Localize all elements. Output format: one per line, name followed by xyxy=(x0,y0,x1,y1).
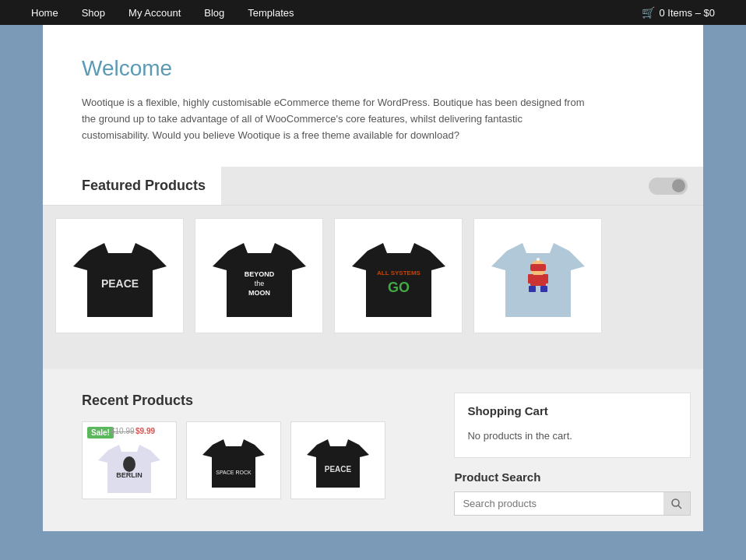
svg-text:GO: GO xyxy=(387,280,409,295)
featured-product-4[interactable] xyxy=(473,218,602,333)
svg-marker-23 xyxy=(307,439,369,488)
svg-text:ALL SYSTEMS: ALL SYSTEMS xyxy=(377,269,421,276)
featured-header-row: Featured Products xyxy=(43,167,703,206)
nav-link-shop[interactable]: Shop xyxy=(82,7,105,19)
nav-item-my-account[interactable]: My Account xyxy=(128,6,181,19)
svg-point-17 xyxy=(537,258,540,261)
svg-rect-15 xyxy=(543,274,548,284)
price-old-1: $10.99 xyxy=(111,427,135,435)
nav-item-shop[interactable]: Shop xyxy=(82,6,105,19)
sale-badge-1: Sale! xyxy=(87,427,114,438)
cart-icon: 🛒 xyxy=(642,6,655,19)
svg-marker-21 xyxy=(202,439,265,488)
sidebar-col: Shopping Cart No products in the cart. P… xyxy=(454,393,691,516)
nav-cart[interactable]: 🛒 0 Items – $0 xyxy=(642,6,715,19)
svg-point-25 xyxy=(672,499,679,506)
svg-text:PEACE: PEACE xyxy=(325,465,352,474)
svg-rect-12 xyxy=(529,286,536,292)
welcome-body: Wootique is a flexible, highly customisa… xyxy=(82,95,588,143)
product-image-peace-black: PEACE xyxy=(69,229,171,322)
svg-rect-14 xyxy=(528,274,533,284)
svg-text:BERLIN: BERLIN xyxy=(116,471,143,479)
svg-rect-13 xyxy=(540,286,547,292)
welcome-section: Welcome Wootique is a flexible, highly c… xyxy=(43,25,703,167)
nav-link-blog[interactable]: Blog xyxy=(204,7,224,19)
cart-count-label: 0 Items – $0 xyxy=(659,7,715,19)
svg-text:BEYOND: BEYOND xyxy=(244,270,274,278)
svg-text:MOON: MOON xyxy=(248,289,270,297)
product-search-title: Product Search xyxy=(454,470,691,484)
price-new-1: $9.99 xyxy=(135,427,155,435)
featured-product-2[interactable]: BEYOND the MOON xyxy=(195,218,323,333)
page-wrapper: Welcome Wootique is a flexible, highly c… xyxy=(43,25,703,531)
shopping-cart-widget: Shopping Cart No products in the cart. xyxy=(454,393,691,458)
search-input-row xyxy=(454,491,691,516)
welcome-title: Welcome xyxy=(82,56,664,81)
svg-point-20 xyxy=(123,456,135,472)
svg-line-26 xyxy=(678,505,681,509)
nav-item-templates[interactable]: Templates xyxy=(248,6,294,19)
search-button[interactable] xyxy=(663,492,690,515)
svg-text:SPACE ROCK: SPACE ROCK xyxy=(216,470,252,475)
featured-section: Featured Products PEACE xyxy=(43,167,703,369)
featured-header: Featured Products xyxy=(43,167,221,205)
nav-link-home[interactable]: Home xyxy=(31,7,58,19)
recent-product-1[interactable]: Sale! $10.99 $9.99 BERLIN xyxy=(82,421,177,499)
nav-bar: Home Shop My Account Blog Templates 🛒 0 … xyxy=(0,0,746,25)
recent-products-col: Recent Products Sale! $10.99 $9.99 BERLI… xyxy=(82,393,423,516)
featured-title: Featured Products xyxy=(82,178,206,194)
svg-text:the: the xyxy=(254,280,264,287)
nav-item-blog[interactable]: Blog xyxy=(204,6,224,19)
recent-products-grid: Sale! $10.99 $9.99 BERLIN SPACE ROCK xyxy=(82,421,423,499)
svg-text:PEACE: PEACE xyxy=(100,277,138,290)
product-search-widget: Product Search xyxy=(454,470,691,516)
cart-empty-message: No products in the cart. xyxy=(467,425,677,446)
nav-link-my-account[interactable]: My Account xyxy=(128,7,181,19)
bottom-section: Recent Products Sale! $10.99 $9.99 BERLI… xyxy=(43,369,703,531)
nav-item-home[interactable]: Home xyxy=(31,6,58,19)
product-image-mario xyxy=(487,229,589,322)
product-image-all-systems-go: ALL SYSTEMS GO xyxy=(348,229,449,322)
featured-product-3[interactable]: ALL SYSTEMS GO xyxy=(334,218,463,333)
recent-product-2[interactable]: SPACE ROCK xyxy=(186,421,281,499)
recent-products-title: Recent Products xyxy=(82,393,423,409)
featured-product-1[interactable]: PEACE xyxy=(55,218,184,333)
search-icon xyxy=(671,498,682,509)
shopping-cart-widget-title: Shopping Cart xyxy=(467,404,677,417)
product-image-beyond-moon: BEYOND the MOON xyxy=(209,229,310,322)
carousel-slider-thumb xyxy=(672,179,685,192)
carousel-slider-control[interactable] xyxy=(649,178,688,195)
featured-products-row: PEACE BEYOND the MOON xyxy=(43,206,703,346)
recent-product-3[interactable]: PEACE xyxy=(290,421,385,499)
search-input[interactable] xyxy=(455,492,663,515)
nav-link-templates[interactable]: Templates xyxy=(248,7,294,19)
featured-header-spacer xyxy=(221,167,703,205)
svg-rect-16 xyxy=(530,264,546,271)
nav-links: Home Shop My Account Blog Templates xyxy=(31,6,294,19)
